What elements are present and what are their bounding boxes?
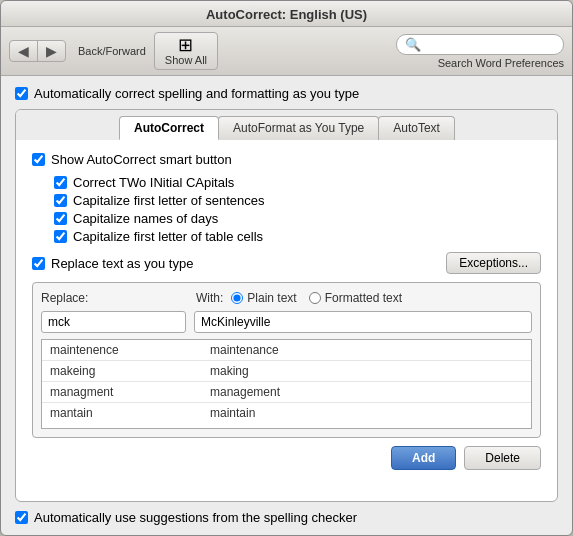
show-smart-button-checkbox[interactable] <box>32 153 45 166</box>
capitalize-sentences-label: Capitalize first letter of sentences <box>73 193 264 208</box>
capitalize-table-cells-checkbox[interactable] <box>54 230 67 243</box>
field-labels-row: Replace: With: Plain text <box>41 291 532 305</box>
table-cell-replace: maintenence <box>50 343 210 357</box>
replace-label: Replace: <box>41 291 196 305</box>
toolbar: ◀ ▶ Back/Forward ⊞ Show All 🔍 Search Wor… <box>1 27 572 76</box>
replace-input[interactable] <box>41 311 186 333</box>
table-row[interactable]: maintenence maintenance <box>42 340 531 361</box>
tab-panel: AutoCorrect AutoFormat as You Type AutoT… <box>15 109 558 502</box>
table-cell-with: maintain <box>210 406 523 420</box>
spelling-suggestions-label: Automatically use suggestions from the s… <box>34 510 357 525</box>
title-bar: AutoCorrect: English (US) <box>1 1 572 27</box>
table-row[interactable]: makeing making <box>42 361 531 382</box>
bottom-checkbox-row: Automatically use suggestions from the s… <box>15 510 558 525</box>
show-smart-button-label: Show AutoCorrect smart button <box>51 152 232 167</box>
capitalize-sentences-row: Capitalize first letter of sentences <box>54 193 541 208</box>
nav-buttons: ◀ ▶ <box>9 40 66 62</box>
table-row[interactable]: managment management <box>42 382 531 403</box>
capitalize-table-cells-row: Capitalize first letter of table cells <box>54 229 541 244</box>
plain-text-label: Plain text <box>247 291 296 305</box>
nav-label: Back/Forward <box>78 45 146 57</box>
table-cell-replace: mantain <box>50 406 210 420</box>
window-title: AutoCorrect: English (US) <box>206 7 367 22</box>
capitalize-days-label: Capitalize names of days <box>73 211 218 226</box>
table-cell-with: making <box>210 364 523 378</box>
with-input[interactable] <box>194 311 532 333</box>
show-smart-button-row: Show AutoCorrect smart button <box>32 152 541 167</box>
top-auto-correct-checkbox-row: Automatically correct spelling and forma… <box>15 86 558 101</box>
auto-correct-checkbox[interactable] <box>15 87 28 100</box>
replace-text-label: Replace text as you type <box>51 256 193 271</box>
search-area: 🔍 Search Word Preferences <box>396 34 564 69</box>
table-cell-replace: makeing <box>50 364 210 378</box>
capitalize-table-cells-label: Capitalize first letter of table cells <box>73 229 263 244</box>
capitalize-sentences-checkbox[interactable] <box>54 194 67 207</box>
replace-section: Replace text as you type Exceptions... R… <box>32 252 541 470</box>
auto-correct-label: Automatically correct spelling and forma… <box>34 86 359 101</box>
tab-autocorrect[interactable]: AutoCorrect <box>119 116 219 140</box>
correct-capitals-row: Correct TWo INitial CApitals <box>54 175 541 190</box>
field-inputs-row <box>41 311 532 333</box>
forward-button[interactable]: ▶ <box>38 41 65 61</box>
formatted-text-radio-label: Formatted text <box>309 291 402 305</box>
replace-header: Replace text as you type Exceptions... <box>32 252 541 274</box>
action-buttons: Add Delete <box>32 446 541 470</box>
exceptions-button[interactable]: Exceptions... <box>446 252 541 274</box>
radio-group: Plain text Formatted text <box>231 291 402 305</box>
tab-content-autocorrect: Show AutoCorrect smart button Correct TW… <box>16 140 557 501</box>
add-button[interactable]: Add <box>391 446 456 470</box>
show-all-icon: ⊞ <box>178 36 193 54</box>
table-cell-replace: managment <box>50 385 210 399</box>
formatted-text-label: Formatted text <box>325 291 402 305</box>
plain-text-radio[interactable] <box>231 292 243 304</box>
tab-autotext[interactable]: AutoText <box>378 116 455 140</box>
search-input[interactable] <box>425 37 555 51</box>
window: AutoCorrect: English (US) ◀ ▶ Back/Forwa… <box>0 0 573 536</box>
capitalize-days-checkbox[interactable] <box>54 212 67 225</box>
autocorrect-table[interactable]: maintenence maintenance makeing making m… <box>41 339 532 429</box>
content-area: Automatically correct spelling and forma… <box>1 76 572 535</box>
search-label: Search Word Preferences <box>438 57 564 69</box>
show-all-label: Show All <box>165 54 207 66</box>
table-row[interactable]: mantain maintain <box>42 403 531 423</box>
formatted-text-radio[interactable] <box>309 292 321 304</box>
correct-capitals-checkbox[interactable] <box>54 176 67 189</box>
search-field-wrap: 🔍 <box>396 34 564 55</box>
correct-capitals-label: Correct TWo INitial CApitals <box>73 175 234 190</box>
plain-text-radio-label: Plain text <box>231 291 296 305</box>
spelling-suggestions-checkbox[interactable] <box>15 511 28 524</box>
table-cell-with: maintenance <box>210 343 523 357</box>
replace-fields-box: Replace: With: Plain text <box>32 282 541 438</box>
search-icon: 🔍 <box>405 37 421 52</box>
tab-autoformat[interactable]: AutoFormat as You Type <box>218 116 379 140</box>
replace-header-left: Replace text as you type <box>32 256 193 271</box>
delete-button[interactable]: Delete <box>464 446 541 470</box>
with-label: With: <box>196 291 223 305</box>
with-options: With: Plain text Formatted text <box>196 291 402 305</box>
capitalize-days-row: Capitalize names of days <box>54 211 541 226</box>
show-all-button[interactable]: ⊞ Show All <box>154 32 218 70</box>
tabs-row: AutoCorrect AutoFormat as You Type AutoT… <box>16 110 557 140</box>
table-cell-with: management <box>210 385 523 399</box>
replace-text-checkbox[interactable] <box>32 257 45 270</box>
sub-options: Correct TWo INitial CApitals Capitalize … <box>54 175 541 244</box>
back-button[interactable]: ◀ <box>10 41 38 61</box>
